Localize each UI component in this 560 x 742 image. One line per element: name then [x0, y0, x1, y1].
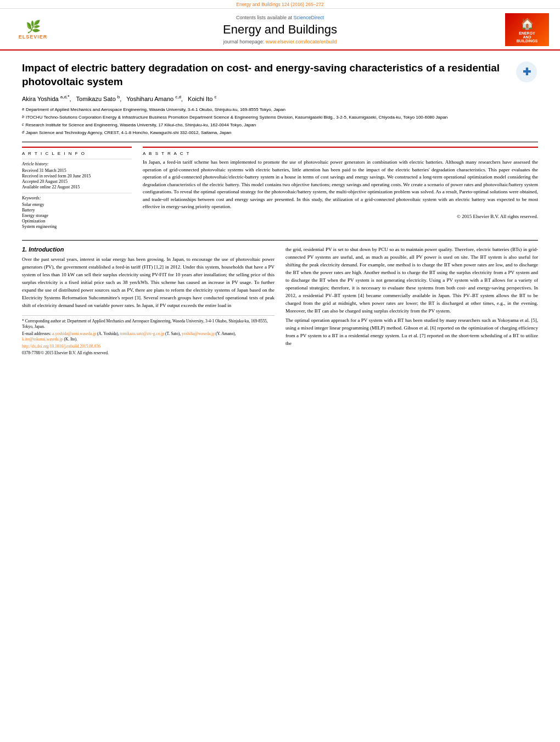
affil-text-a: Department of Applied Mechanics and Aero… — [26, 107, 285, 113]
footnotes: * Corresponding author at: Department of… — [22, 315, 275, 356]
journal-logo-icon: 🏠 — [520, 17, 534, 30]
title-section: Impact of electric battery degradation o… — [22, 62, 538, 88]
article-info-box: A R T I C L E I N F O Article history: R… — [22, 147, 132, 229]
elsevier-logo: 🌿 ELSEVIER — [11, 16, 55, 43]
keywords-label: Keywords: — [22, 196, 132, 200]
intro-text-right-2: The optimal operation approach for a PV … — [285, 317, 538, 348]
journal-logo-image: 🏠 ENERGYANDBUILDINGS — [505, 13, 549, 46]
affil-sup-a: a — [22, 107, 24, 113]
journal-title: Energy and Buildings — [66, 23, 494, 37]
history-accepted: Accepted 20 August 2015 — [22, 179, 132, 184]
abstract-text: In Japan, a feed-in tariff scheme has be… — [143, 159, 538, 211]
sciencedirect-text: Contents lists available at — [236, 15, 292, 20]
affil-d: d Japan Science and Technology Agency, C… — [22, 130, 538, 136]
history-online: Available online 22 August 2015 — [22, 185, 132, 189]
intro-text-left: Over the past several years, interest in… — [22, 256, 275, 310]
affil-text-c: Research Institute for Science and Engin… — [26, 122, 256, 129]
email-link-sato[interactable]: tomikazu.sato@ctc-g.co.jp — [120, 331, 164, 336]
article-content: Impact of electric battery degradation o… — [0, 51, 560, 366]
affiliations: a Department of Applied Mechanics and Ae… — [22, 107, 538, 142]
keyword-battery: Battery — [22, 208, 132, 213]
history-section: Article history: Received 31 March 2015 … — [22, 159, 132, 189]
article-title: Impact of electric battery degradation o… — [22, 62, 508, 88]
body-right-col: the grid, residential PV is set to shut … — [285, 246, 538, 358]
affil-sup-c: c — [22, 122, 24, 129]
history-label: Article history: — [22, 161, 132, 166]
affil-b: b ITOCHU Techno-Solutions Corporation En… — [22, 114, 538, 121]
copyright-line: © 2015 Elsevier B.V. All rights reserved… — [143, 214, 538, 219]
keyword-optimization: Optimization — [22, 219, 132, 224]
footnote-doi: http://dx.doi.org/10.1016/j.enbuild.2015… — [22, 344, 275, 350]
journal-header: 🌿 ELSEVIER Contents lists available at S… — [0, 9, 560, 51]
section-divider — [22, 240, 538, 241]
abstract-heading: A B S T R A C T — [143, 151, 538, 156]
keyword-system-engineering: System engineering — [22, 224, 132, 229]
affil-c: c Research Institute for Science and Eng… — [22, 122, 538, 129]
abstract-section: A B S T R A C T In Japan, a feed-in tari… — [143, 147, 538, 219]
history-received: Received 31 March 2015 — [22, 168, 132, 173]
journal-logo-text: ENERGYANDBUILDINGS — [517, 31, 538, 43]
doi-text: Energy and Buildings 124 (2016) 265–272 — [236, 2, 323, 7]
intro-text-right: the grid, residential PV is set to shut … — [285, 246, 538, 315]
info-abstract-columns: A R T I C L E I N F O Article history: R… — [22, 147, 538, 235]
email-link-amano[interactable]: yoshiha@waseda.jp — [182, 331, 215, 336]
email-label: E-mail addresses: — [22, 331, 51, 336]
footnote-star: * Corresponding author at: Department of… — [22, 319, 275, 330]
homepage-url[interactable]: www.elsevier.com/locate/enbuild — [266, 39, 337, 44]
abstract-col: A B S T R A C T In Japan, a feed-in tari… — [143, 147, 538, 235]
keyword-solar: Solar energy — [22, 202, 132, 207]
affil-text-d: Japan Science and Technology Agency, CRE… — [26, 130, 232, 136]
affil-sup-b: b — [22, 114, 24, 121]
journal-homepage: journal homepage: www.elsevier.com/locat… — [66, 39, 494, 44]
footnote-emails: E-mail addresses: a.yoshida@aoni.waseda.… — [22, 331, 275, 343]
history-revised: Received in revised form 20 June 2015 — [22, 174, 132, 178]
email-link-yoshida[interactable]: a.yoshida@aoni.waseda.jp — [52, 331, 96, 336]
footnote-issn: 0378-7788/© 2015 Elsevier B.V. All right… — [22, 350, 275, 356]
email-link-ito[interactable]: k.ito@tokunai.waseda.jp — [22, 337, 63, 342]
keywords-section: Keywords: Solar energy Battery Energy st… — [22, 193, 132, 229]
sciencedirect-link[interactable]: ScienceDirect — [294, 15, 324, 20]
homepage-text: journal homepage: — [223, 39, 265, 44]
keyword-energy-storage: Energy storage — [22, 213, 132, 218]
sciencedirect-line: Contents lists available at ScienceDirec… — [66, 15, 494, 20]
affil-text-b: ITOCHU Techno-Solutions Corporation Ener… — [26, 114, 447, 121]
affil-a: a Department of Applied Mechanics and Ae… — [22, 107, 538, 113]
authors-line: Akira Yoshida a,d,*, Tomikazu Sato b, Yo… — [22, 94, 538, 102]
crossmark: ✚ — [516, 62, 538, 83]
elsevier-brand: ELSEVIER — [19, 34, 48, 40]
intro-heading: 1. Introduction — [22, 246, 275, 253]
affil-sup-d: d — [22, 130, 24, 136]
crossmark-icon: ✚ — [516, 62, 537, 82]
article-info-heading: A R T I C L E I N F O — [22, 151, 132, 156]
doi-line: Energy and Buildings 124 (2016) 265–272 — [0, 0, 560, 9]
elsevier-symbol: 🌿 — [26, 20, 41, 34]
page: Energy and Buildings 124 (2016) 265–272 … — [0, 0, 560, 742]
header-center: Contents lists available at ScienceDirec… — [55, 15, 505, 44]
doi-link[interactable]: http://dx.doi.org/10.1016/j.enbuild.2015… — [22, 344, 100, 349]
body-columns: 1. Introduction Over the past several ye… — [22, 246, 538, 358]
body-left-col: 1. Introduction Over the past several ye… — [22, 246, 275, 358]
article-info-col: A R T I C L E I N F O Article history: R… — [22, 147, 132, 235]
